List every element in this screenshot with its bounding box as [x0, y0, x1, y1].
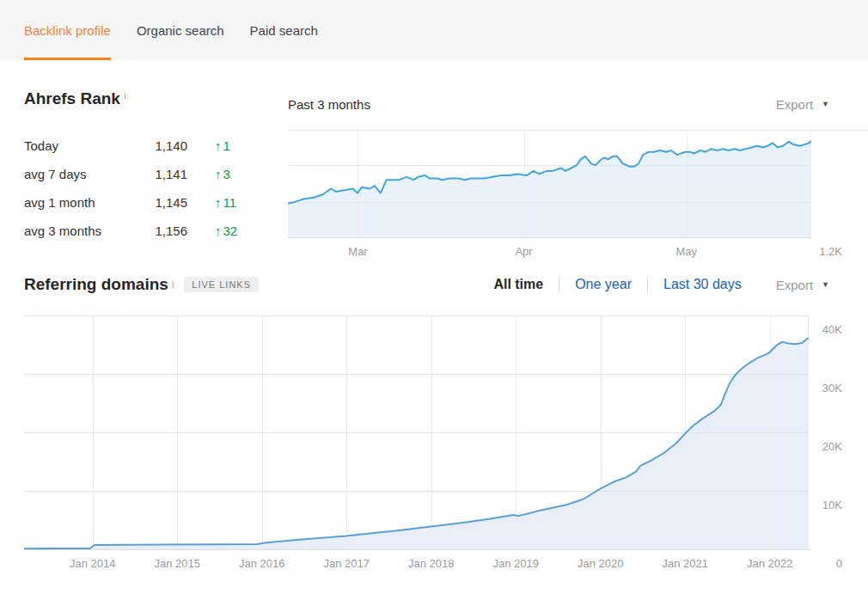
tab-organic-search[interactable]: Organic search — [137, 0, 224, 60]
rank-row-delta: ↑3 — [215, 167, 230, 181]
y-axis-origin-label: 1.2K — [819, 245, 842, 258]
caret-down-icon: ▼ — [822, 101, 829, 108]
export-label: Export — [776, 278, 813, 292]
x-axis-label: Jan 2021 — [662, 557, 708, 570]
divider — [559, 277, 559, 292]
rank-section-title: Ahrefs Rank — [24, 89, 120, 107]
divider — [647, 277, 648, 292]
info-icon[interactable]: i — [172, 279, 174, 290]
referring-domains-header: Referring domainsi LIVE LINKS All time O… — [24, 270, 829, 299]
rank-chart-title: Past 3 months — [288, 97, 370, 112]
y-axis-label: 20K — [822, 440, 842, 453]
x-axis-label: Jan 2017 — [323, 557, 370, 570]
rank-row-value: 1,140 — [144, 138, 187, 153]
export-label: Export — [776, 97, 813, 112]
info-icon[interactable]: i — [124, 90, 125, 101]
rank-row-today: Today 1,140 ↑1 — [24, 132, 282, 160]
up-arrow-icon: ↑ — [215, 138, 222, 153]
referring-domains-chart: Jan 2014Jan 2015Jan 2016Jan 2017Jan 2018… — [24, 315, 868, 573]
rank-row-value: 1,141 — [144, 167, 187, 181]
range-tab-all-time[interactable]: All time — [493, 277, 543, 292]
rank-row-label: avg 3 months — [24, 224, 144, 238]
rank-row-value: 1,145 — [144, 195, 187, 210]
y-axis-origin-label: 0 — [836, 557, 842, 570]
chart-area-fill — [24, 339, 808, 550]
rank-row-value: 1,156 — [144, 224, 187, 238]
rank-row-delta: ↑11 — [215, 195, 236, 210]
rank-row-label: Today — [24, 138, 144, 153]
live-links-badge: LIVE LINKS — [184, 277, 259, 292]
x-axis-label: Jan 2022 — [747, 557, 793, 570]
up-arrow-icon: ↑ — [215, 195, 222, 210]
y-axis-label: 10K — [822, 499, 842, 511]
export-rank-button[interactable]: Export ▼ — [776, 97, 829, 112]
caret-down-icon: ▼ — [822, 281, 829, 289]
rank-title-row: Ahrefs Ranki — [24, 89, 125, 108]
rank-stats-table: Today 1,140 ↑1 avg 7 days 1,141 ↑3 avg 1… — [24, 132, 282, 245]
delta-value: 32 — [223, 224, 238, 238]
y-axis-label: 30K — [822, 382, 842, 395]
x-axis-label: Jan 2014 — [70, 557, 116, 570]
x-axis-label: Jan 2016 — [239, 557, 285, 570]
delta-value: 11 — [223, 195, 237, 210]
x-axis-label: Jan 2019 — [492, 557, 539, 570]
delta-value: 1 — [223, 138, 230, 153]
rank-chart-header: Past 3 months Export ▼ — [288, 93, 829, 115]
rank-row-delta: ↑1 — [215, 138, 230, 153]
tab-backlink-profile[interactable]: Backlink profile — [24, 0, 111, 60]
up-arrow-icon: ↑ — [215, 167, 222, 181]
rank-row-label: avg 1 month — [24, 195, 144, 210]
rank-row-avg-1-month: avg 1 month 1,145 ↑11 — [24, 188, 282, 217]
range-tab-last-30-days[interactable]: Last 30 days — [663, 277, 742, 292]
range-controls: All time One year Last 30 days Export ▼ — [493, 277, 829, 292]
x-axis-label: May — [676, 245, 698, 258]
section-tabbar: Backlink profile Organic search Paid sea… — [0, 0, 868, 60]
rank-row-delta: ↑32 — [215, 224, 237, 238]
range-tab-one-year[interactable]: One year — [575, 277, 632, 292]
rank-row-avg-7-days: avg 7 days 1,141 ↑3 — [24, 160, 282, 188]
rank-row-label: avg 7 days — [24, 167, 144, 181]
x-axis-label: Mar — [348, 245, 368, 258]
x-axis-label: Apr — [515, 245, 533, 258]
delta-value: 3 — [223, 167, 230, 181]
export-domains-button[interactable]: Export ▼ — [776, 278, 829, 292]
rank-history-chart: MarAprMay1.2K — [288, 130, 868, 259]
x-axis-label: Jan 2020 — [578, 557, 624, 570]
referring-domains-title: Referring domains — [24, 275, 168, 294]
y-axis-label: 40K — [822, 323, 842, 336]
x-axis-label: Jan 2015 — [155, 557, 201, 570]
referring-domains-title-group: Referring domainsi LIVE LINKS — [24, 275, 259, 294]
rank-row-avg-3-months: avg 3 months 1,156 ↑32 — [24, 217, 282, 245]
up-arrow-icon: ↑ — [215, 224, 222, 238]
chart-area-fill — [288, 142, 810, 237]
tab-paid-search[interactable]: Paid search — [250, 0, 318, 60]
x-axis-label: Jan 2018 — [408, 557, 455, 570]
